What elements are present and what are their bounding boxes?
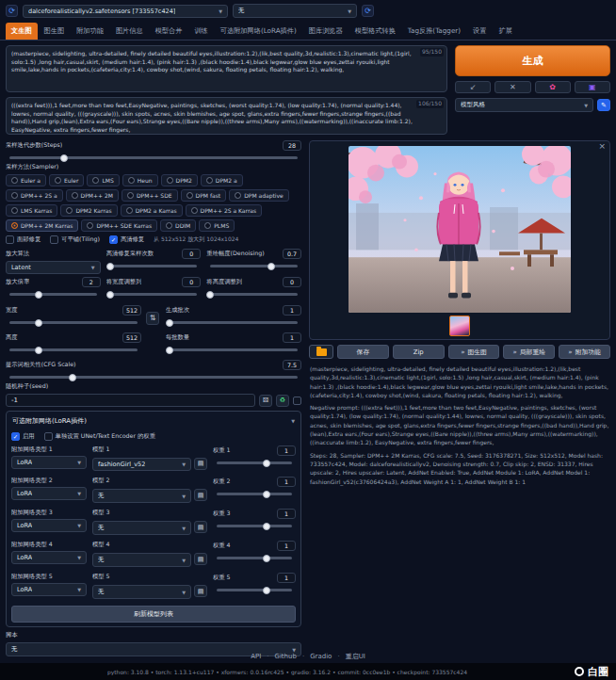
height-slider-knob[interactable] [35, 347, 42, 354]
hires-steps-slider-value[interactable]: 0 [182, 249, 201, 259]
tab-11[interactable]: 扩展 [493, 23, 517, 40]
apply-style-button[interactable]: ✎ [597, 99, 610, 111]
tab-6[interactable]: 可选附加网络(LoRA插件) [215, 23, 302, 40]
gallery-thumbnail[interactable] [449, 316, 470, 336]
sampler-option-16[interactable]: DPM++ SDE Karras [81, 219, 157, 232]
upscale-by-slider-knob[interactable] [35, 291, 42, 299]
lora-weight-value-4[interactable]: 1 [277, 541, 296, 551]
batch-count-slider-knob[interactable] [166, 319, 173, 327]
lora-separate-weights-checkbox-box[interactable] [44, 432, 53, 441]
tab-4[interactable]: 模型合并 [150, 23, 188, 40]
tab-9[interactable]: Tag反推(Tagger) [402, 23, 466, 40]
lora-model-card-button-2[interactable]: ▤ [194, 489, 207, 501]
batch-size-slider-value[interactable]: 1 [283, 332, 301, 343]
tiling-checkbox-box[interactable] [50, 235, 58, 244]
sampler-option-18[interactable]: PLMS [199, 219, 235, 232]
lora-weight-slider-4[interactable] [217, 557, 292, 559]
lora-weight-knob-4[interactable] [263, 555, 270, 562]
secondary-model-select[interactable]: 无▼ [233, 4, 357, 18]
sampler-option-4[interactable]: DPM2 [161, 174, 198, 186]
lora-weight-slider-3[interactable] [217, 525, 292, 527]
reuse-seed-button[interactable]: ♻ [276, 395, 289, 407]
resize-width-slider-knob[interactable] [106, 291, 114, 299]
sampler-option-10[interactable]: DPM adaptive [229, 189, 289, 202]
hires-steps-slider-track[interactable] [110, 265, 198, 267]
batch-size-slider-knob[interactable] [166, 347, 173, 354]
prompt-textarea[interactable]: (masterpiece, sidelighting, ultra-detail… [6, 45, 447, 92]
width-slider-knob[interactable] [35, 319, 42, 327]
lora-weight-value-3[interactable]: 1 [277, 509, 296, 519]
lora-model-select-3[interactable]: 无▼ [92, 521, 191, 535]
hires-fix-checkbox[interactable]: ✓高清修复 [109, 235, 144, 244]
resize-height-slider-track[interactable] [210, 293, 298, 296]
lora-weight-knob-1[interactable] [263, 460, 270, 467]
lora-type-select-2[interactable]: LoRA▼ [11, 487, 87, 500]
height-slider-value[interactable]: 512 [122, 332, 141, 343]
zip-button[interactable]: Zip [393, 345, 445, 359]
steps-slider-knob[interactable] [60, 154, 68, 162]
resize-width-slider-value[interactable]: 0 [182, 277, 201, 287]
footer-link-1[interactable]: Github [274, 653, 296, 660]
lora-weight-value-1[interactable]: 1 [277, 445, 296, 456]
checkpoint-select[interactable]: dalceforealisticallyv2.safetensors [7335… [23, 5, 228, 18]
random-seed-button[interactable]: ⚄ [259, 395, 272, 407]
batch-count-slider-track[interactable] [170, 321, 298, 324]
open-folder-button[interactable] [309, 345, 333, 359]
resize-width-slider-track[interactable] [110, 293, 198, 296]
lora-model-select-5[interactable]: 无▼ [92, 585, 191, 599]
sampler-option-13[interactable]: DPM2 a Karras [121, 204, 183, 217]
upscaler-select[interactable]: Latent▼ [6, 261, 101, 274]
tab-0[interactable]: 文生图 [6, 23, 38, 40]
lora-weight-value-5[interactable]: 1 [277, 573, 296, 583]
sampler-option-12[interactable]: DPM2 Karras [60, 204, 117, 217]
footer-link-3[interactable]: 重启UI [346, 652, 365, 661]
swap-dimensions-button[interactable]: ⇅ [146, 312, 159, 325]
tab-8[interactable]: 模型格式转换 [349, 23, 401, 40]
lora-weight-slider-5[interactable] [217, 589, 292, 591]
upscale-by-slider-track[interactable] [9, 293, 97, 296]
denoising-slider-value[interactable]: 0.7 [283, 249, 301, 259]
lora-type-select-5[interactable]: LoRA▼ [11, 583, 87, 596]
lora-type-select-3[interactable]: LoRA▼ [11, 519, 87, 532]
sampler-option-7[interactable]: DPM++ 2M [66, 189, 119, 202]
extra-networks-button[interactable]: ✿ [535, 81, 571, 93]
negative-prompt-textarea[interactable]: (((extra feet))),1 feet,more than two fe… [6, 97, 447, 135]
steps-slider-value[interactable]: 28 [283, 140, 301, 151]
styles-select[interactable]: 模型风格▼ [455, 98, 593, 112]
send-to-extras-button[interactable]: » 附加功能 [559, 345, 610, 359]
sampler-option-14[interactable]: DPM++ 2S a Karras [186, 204, 263, 217]
sampler-option-8[interactable]: DPM++ SDE [122, 189, 178, 202]
sampler-option-11[interactable]: LMS Karras [6, 204, 57, 217]
batch-size-slider-track[interactable] [170, 348, 298, 351]
generate-button[interactable]: 生成 [455, 45, 610, 76]
lora-model-card-button-4[interactable]: ▤ [194, 553, 207, 565]
hires-steps-slider-knob[interactable] [106, 263, 114, 270]
footer-link-2[interactable]: Gradio [310, 653, 332, 660]
tab-3[interactable]: 图片信息 [110, 23, 149, 40]
denoising-slider-knob[interactable] [267, 263, 275, 270]
lora-model-select-4[interactable]: 无▼ [92, 553, 191, 567]
lora-weight-slider-1[interactable] [217, 461, 292, 464]
steps-slider-track[interactable] [9, 156, 298, 159]
styles-save-button[interactable]: ▣ [575, 81, 610, 93]
batch-count-slider-value[interactable]: 1 [283, 305, 301, 316]
lora-model-card-button-5[interactable]: ▤ [194, 585, 207, 597]
resize-height-slider-knob[interactable] [206, 291, 214, 299]
lora-model-card-button-1[interactable]: ▤ [194, 458, 207, 470]
sampler-option-6[interactable]: DPM++ 2S a [6, 189, 63, 202]
lora-model-card-button-3[interactable]: ▤ [194, 521, 207, 533]
refresh-checkpoint-icon[interactable]: ⟳ [6, 5, 18, 17]
resize-height-slider-value[interactable]: 0 [283, 277, 301, 287]
tiling-checkbox[interactable]: 可平铺(Tiling) [50, 235, 100, 244]
footer-link-0[interactable]: API [251, 653, 261, 660]
lora-weight-knob-5[interactable] [263, 587, 270, 594]
sampler-option-5[interactable]: DPM2 a [201, 174, 243, 186]
cfg-slider-knob[interactable] [69, 374, 76, 381]
sampler-option-1[interactable]: Euler [49, 174, 84, 186]
paste-params-button[interactable]: ↙ [455, 81, 491, 93]
restore-faces-checkbox[interactable]: 面部修复 [6, 235, 41, 244]
hires-fix-checkbox-box[interactable]: ✓ [109, 235, 118, 244]
sampler-option-17[interactable]: DDIM [160, 219, 196, 232]
seed-extra-checkbox[interactable] [293, 397, 301, 405]
refresh-secondary-icon[interactable]: ⟳ [362, 5, 374, 17]
